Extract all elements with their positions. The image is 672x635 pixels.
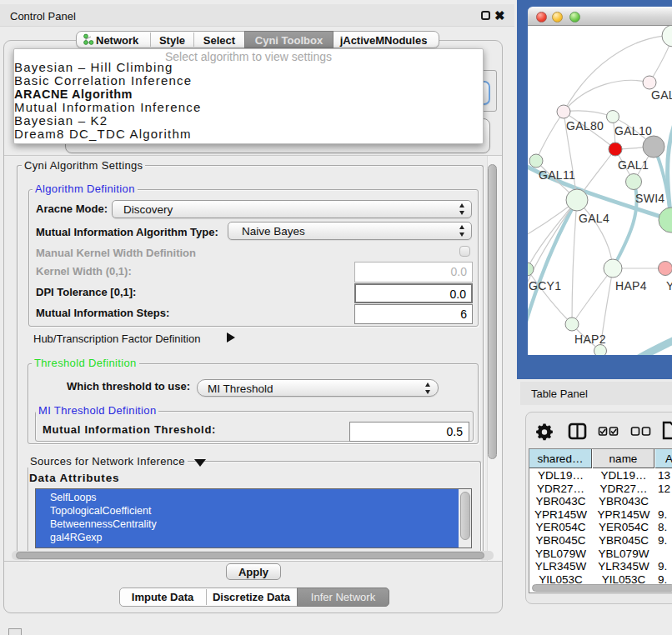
svg-text:GCY1: GCY1 bbox=[529, 279, 561, 292]
svg-text:GAL10: GAL10 bbox=[614, 124, 652, 138]
svg-text:GAL80: GAL80 bbox=[566, 119, 604, 132]
svg-text:Y: Y bbox=[666, 279, 672, 292]
svg-text:SWI4: SWI4 bbox=[635, 192, 664, 205]
svg-text:GAL7: GAL7 bbox=[651, 88, 672, 102]
svg-text:GAL4: GAL4 bbox=[579, 212, 609, 225]
svg-text:HAP4: HAP4 bbox=[615, 279, 647, 292]
svg-text:GAL11: GAL11 bbox=[539, 168, 575, 182]
svg-text:HAP2: HAP2 bbox=[574, 332, 606, 346]
svg-text:GAL1: GAL1 bbox=[618, 158, 649, 172]
